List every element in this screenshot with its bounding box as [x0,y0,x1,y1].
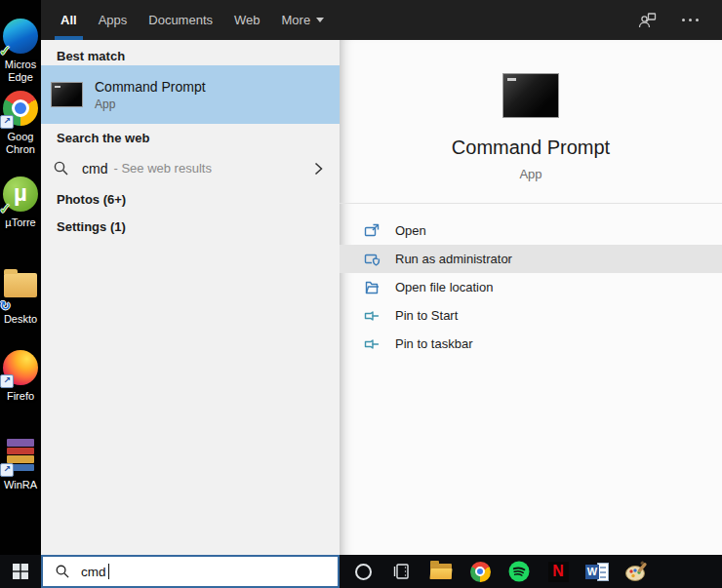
chrome-button[interactable] [461,555,500,588]
divider [340,203,722,204]
tab-label: Documents [148,13,213,27]
search-header: All Apps Documents Web More [41,0,722,40]
account-icon[interactable] [638,12,657,29]
task-view-icon [392,562,412,581]
run-as-admin-shield-icon [363,251,381,268]
group-settings[interactable]: Settings (1) [57,219,126,234]
word-button[interactable]: W [578,555,617,588]
action-pin-to-start[interactable]: Pin to Start [340,301,722,330]
netflix-icon: N [548,562,569,582]
action-label: Pin to taskbar [395,336,473,351]
command-prompt-icon-large [502,73,559,118]
taskbar-search-input[interactable] [81,565,108,579]
windows-search-flyout: All Apps Documents Web More [41,0,722,555]
firefox-logo-icon [2,350,39,387]
action-label: Pin to Start [395,308,458,323]
taskbar-icons: N W [343,555,656,588]
preview-subtitle: App [340,167,722,181]
search-web-header: Search the web [57,131,149,145]
chrome-icon [470,562,491,582]
web-query: cmd [82,161,107,176]
netflix-button[interactable]: N [539,555,578,588]
edge-logo-icon [2,19,39,56]
tab-label: Apps [99,13,128,27]
result-title: Command Prompt [95,79,206,95]
open-icon [363,222,381,240]
action-label: Open [395,223,426,238]
taskbar: N W [0,555,722,588]
header-icons [638,0,722,40]
tab-label: Web [234,13,261,27]
preview-title: Command Prompt [340,137,722,159]
group-photos[interactable]: Photos (6+) [57,192,126,207]
search-icon [53,160,69,176]
windows-start-icon [13,564,28,579]
file-explorer-icon [430,564,452,579]
screen: MicrosEdge GoogChron µ µTorre Deskto [0,0,722,588]
spotify-icon [508,561,530,582]
text-cursor [108,564,109,579]
pin-icon [363,307,381,325]
tab-web[interactable]: Web [234,0,261,40]
preview-panel: Command Prompt App Open [340,40,722,555]
action-label: Open file location [395,280,493,294]
pin-icon [363,335,381,353]
command-prompt-icon [51,82,83,107]
folder-icon [2,273,39,310]
best-match-result-command-prompt[interactable]: Command Prompt App [41,65,340,124]
more-options-icon[interactable] [682,19,699,21]
chevron-down-icon [316,18,324,22]
cortana-icon [355,564,372,580]
utorrent-logo-icon: µ [2,176,39,214]
action-pin-to-taskbar[interactable]: Pin to taskbar [340,330,722,358]
file-location-folder-icon [363,279,381,296]
results-panel: Best match Command Prompt App Search the… [41,40,340,555]
search-icon [55,564,70,579]
start-button[interactable] [0,555,41,588]
action-run-as-administrator[interactable]: Run as administrator [340,245,722,273]
file-explorer-button[interactable] [421,555,461,588]
search-filter-tabs: All Apps Documents Web More [41,0,324,40]
paint-icon [624,561,648,582]
result-subtitle: App [95,98,206,111]
web-query-suffix: - See web results [113,161,211,176]
paint-button[interactable] [617,555,656,588]
web-result-cmd[interactable]: cmd - See web results [41,149,340,187]
spotify-button[interactable] [500,555,539,588]
best-match-header: Best match [57,49,125,63]
action-label: Run as administrator [395,252,512,266]
word-icon: W [585,562,609,582]
tab-documents[interactable]: Documents [148,0,213,40]
tab-more[interactable]: More [282,0,325,40]
action-open[interactable]: Open [340,216,722,245]
tab-label: All [60,13,77,27]
best-match-text: Command Prompt App [95,79,206,111]
tab-all[interactable]: All [60,0,77,40]
action-open-file-location[interactable]: Open file location [340,273,722,301]
winrar-logo-icon [2,439,39,476]
chevron-right-icon [310,161,326,176]
taskbar-search-box[interactable] [41,555,340,588]
chrome-logo-icon [2,91,39,128]
search-body: Best match Command Prompt App Search the… [41,40,722,555]
cortana-button[interactable] [343,555,382,588]
tab-apps[interactable]: Apps [99,0,128,40]
task-view-button[interactable] [382,555,421,588]
tab-label: More [282,13,311,27]
context-actions: Open Run as administrator [340,216,722,358]
